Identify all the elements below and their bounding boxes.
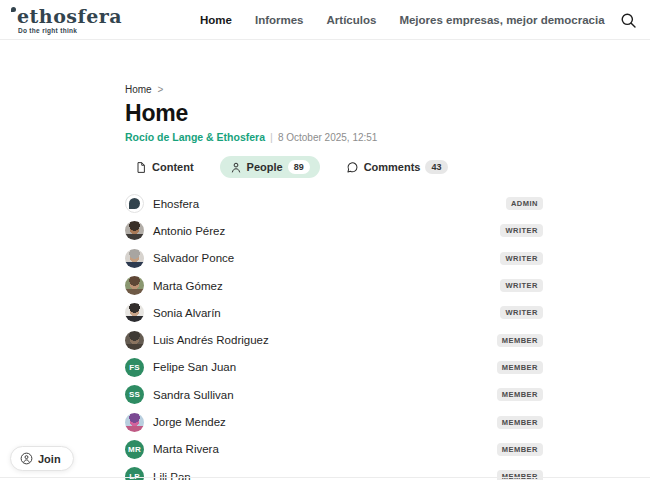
tab-comments[interactable]: Comments 43 bbox=[336, 156, 458, 178]
brand-tagline: Do the right think bbox=[10, 27, 122, 34]
tab-people-label: People bbox=[247, 161, 283, 173]
person-name: Marta Gómez bbox=[153, 280, 491, 292]
person-row[interactable]: MR Marta Rivera MEMBER bbox=[125, 436, 543, 463]
person-row[interactable]: Antonio Pérez WRITER bbox=[125, 217, 543, 244]
avatar: MR bbox=[125, 440, 144, 459]
role-badge: WRITER bbox=[500, 306, 543, 319]
person-row[interactable]: SS Sandra Sullivan MEMBER bbox=[125, 381, 543, 408]
comment-icon bbox=[346, 161, 359, 174]
people-list: Ehosfera ADMIN Antonio Pérez WRITER Salv… bbox=[125, 190, 543, 480]
brand-bubble-icon bbox=[129, 198, 140, 209]
person-name: Luis Andrés Rodriguez bbox=[153, 334, 488, 346]
avatar: SS bbox=[125, 385, 144, 404]
nav-item-informes[interactable]: Informes bbox=[255, 14, 304, 26]
brand-logo-mark-icon bbox=[11, 7, 16, 12]
breadcrumb-separator: > bbox=[157, 84, 163, 95]
search-icon[interactable] bbox=[619, 11, 637, 29]
bottom-divider bbox=[0, 477, 650, 478]
breadcrumb: Home > bbox=[125, 84, 543, 95]
brand-name: ethosfera bbox=[10, 6, 122, 26]
person-name: Sonia Alvarín bbox=[153, 307, 491, 319]
person-name: Jorge Mendez bbox=[153, 416, 488, 428]
tab-comments-label: Comments bbox=[364, 161, 421, 173]
nav-item-home[interactable]: Home bbox=[200, 14, 232, 26]
person-row[interactable]: Sonia Alvarín WRITER bbox=[125, 299, 543, 326]
person-icon bbox=[230, 161, 242, 174]
breadcrumb-home-link[interactable]: Home bbox=[125, 84, 152, 95]
tab-people-count: 89 bbox=[288, 160, 310, 174]
person-name: Antonio Pérez bbox=[153, 225, 491, 237]
person-row[interactable]: Jorge Mendez MEMBER bbox=[125, 408, 543, 435]
tab-comments-count: 43 bbox=[425, 160, 447, 174]
join-button-label: Join bbox=[38, 453, 61, 465]
avatar bbox=[125, 276, 144, 295]
avatar bbox=[125, 249, 144, 268]
header: ethosfera Do the right think Home Inform… bbox=[0, 0, 650, 40]
role-badge: MEMBER bbox=[497, 443, 543, 456]
person-name: Sandra Sullivan bbox=[153, 389, 488, 401]
person-row[interactable]: Marta Gómez WRITER bbox=[125, 272, 543, 299]
page-title: Home bbox=[125, 100, 543, 126]
byline: Rocío de Lange & Ethosfera | 8 October 2… bbox=[125, 131, 543, 143]
person-row[interactable]: FS Felipe San Juan MEMBER bbox=[125, 354, 543, 381]
role-badge: ADMIN bbox=[506, 197, 543, 210]
byline-date: 8 October 2025, 12:51 bbox=[278, 132, 378, 143]
avatar bbox=[125, 194, 144, 213]
avatar bbox=[125, 331, 144, 350]
tab-people[interactable]: People 89 bbox=[220, 156, 320, 178]
role-badge: WRITER bbox=[500, 279, 543, 292]
person-row[interactable]: Ehosfera ADMIN bbox=[125, 190, 543, 217]
person-name: Felipe San Juan bbox=[153, 361, 488, 373]
document-icon bbox=[135, 161, 147, 174]
tab-bar: Content People 89 Comments 43 bbox=[125, 156, 543, 178]
role-badge: MEMBER bbox=[497, 470, 543, 480]
role-badge: WRITER bbox=[500, 252, 543, 265]
nav-item-articulos[interactable]: Artículos bbox=[327, 14, 377, 26]
avatar bbox=[125, 413, 144, 432]
person-row[interactable]: Luis Andrés Rodriguez MEMBER bbox=[125, 326, 543, 353]
byline-divider: | bbox=[270, 131, 273, 143]
role-badge: MEMBER bbox=[497, 388, 543, 401]
avatar: LP bbox=[125, 467, 144, 480]
main-content: Home > Home Rocío de Lange & Ethosfera |… bbox=[125, 84, 543, 480]
join-button[interactable]: Join bbox=[10, 446, 74, 471]
tab-content[interactable]: Content bbox=[125, 157, 204, 178]
role-badge: WRITER bbox=[500, 224, 543, 237]
byline-authors[interactable]: Rocío de Lange & Ethosfera bbox=[125, 131, 265, 143]
tab-content-label: Content bbox=[152, 161, 194, 173]
person-name: Lili Pan bbox=[153, 471, 488, 480]
person-name: Ehosfera bbox=[153, 198, 497, 210]
avatar bbox=[125, 303, 144, 322]
avatar: FS bbox=[125, 358, 144, 377]
role-badge: MEMBER bbox=[497, 334, 543, 347]
person-name: Marta Rivera bbox=[153, 443, 488, 455]
role-badge: MEMBER bbox=[497, 361, 543, 374]
role-badge: MEMBER bbox=[497, 416, 543, 429]
person-circle-icon bbox=[20, 452, 33, 465]
main-nav: Home Informes Artículos Mejores empresas… bbox=[200, 0, 605, 40]
person-name: Salvador Ponce bbox=[153, 252, 491, 264]
person-row[interactable]: Salvador Ponce WRITER bbox=[125, 245, 543, 272]
avatar bbox=[125, 221, 144, 240]
nav-item-mejores-empresas[interactable]: Mejores empresas, mejor democracia bbox=[399, 14, 604, 26]
brand-logo[interactable]: ethosfera Do the right think bbox=[10, 6, 122, 34]
